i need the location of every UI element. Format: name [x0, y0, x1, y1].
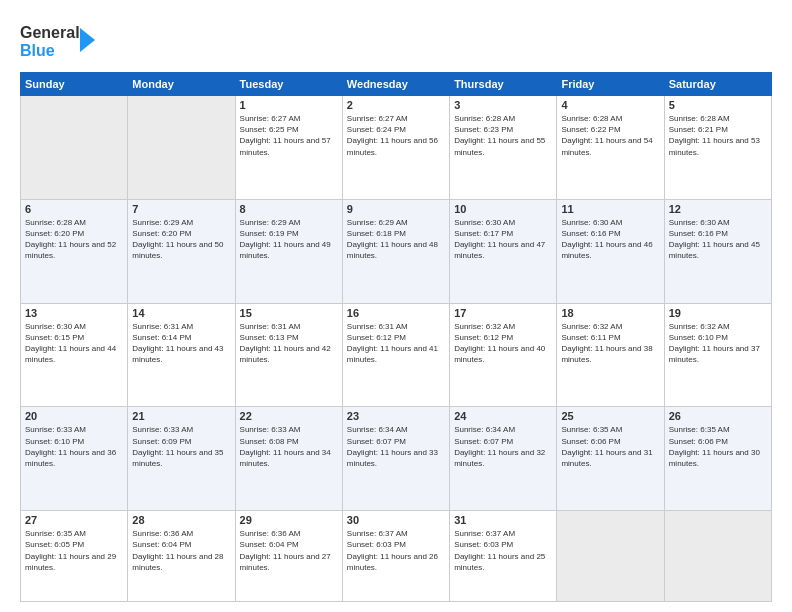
calendar-cell: 29Sunrise: 6:36 AMSunset: 6:04 PMDayligh… — [235, 511, 342, 602]
day-info: Sunrise: 6:34 AMSunset: 6:07 PMDaylight:… — [454, 424, 552, 469]
day-number: 19 — [669, 307, 767, 319]
calendar-cell: 30Sunrise: 6:37 AMSunset: 6:03 PMDayligh… — [342, 511, 449, 602]
day-number: 31 — [454, 514, 552, 526]
day-number: 21 — [132, 410, 230, 422]
weekday-header-saturday: Saturday — [664, 73, 771, 96]
calendar-cell: 16Sunrise: 6:31 AMSunset: 6:12 PMDayligh… — [342, 303, 449, 407]
calendar-cell: 18Sunrise: 6:32 AMSunset: 6:11 PMDayligh… — [557, 303, 664, 407]
day-info: Sunrise: 6:35 AMSunset: 6:06 PMDaylight:… — [561, 424, 659, 469]
calendar-cell: 24Sunrise: 6:34 AMSunset: 6:07 PMDayligh… — [450, 407, 557, 511]
day-info: Sunrise: 6:29 AMSunset: 6:20 PMDaylight:… — [132, 217, 230, 262]
day-info: Sunrise: 6:30 AMSunset: 6:16 PMDaylight:… — [561, 217, 659, 262]
svg-marker-2 — [80, 28, 95, 52]
day-info: Sunrise: 6:28 AMSunset: 6:22 PMDaylight:… — [561, 113, 659, 158]
calendar-cell: 11Sunrise: 6:30 AMSunset: 6:16 PMDayligh… — [557, 199, 664, 303]
day-info: Sunrise: 6:32 AMSunset: 6:11 PMDaylight:… — [561, 321, 659, 366]
weekday-header-row: SundayMondayTuesdayWednesdayThursdayFrid… — [21, 73, 772, 96]
week-row-5: 27Sunrise: 6:35 AMSunset: 6:05 PMDayligh… — [21, 511, 772, 602]
day-number: 23 — [347, 410, 445, 422]
day-number: 22 — [240, 410, 338, 422]
week-row-4: 20Sunrise: 6:33 AMSunset: 6:10 PMDayligh… — [21, 407, 772, 511]
day-info: Sunrise: 6:32 AMSunset: 6:10 PMDaylight:… — [669, 321, 767, 366]
weekday-header-monday: Monday — [128, 73, 235, 96]
week-row-3: 13Sunrise: 6:30 AMSunset: 6:15 PMDayligh… — [21, 303, 772, 407]
day-info: Sunrise: 6:28 AMSunset: 6:21 PMDaylight:… — [669, 113, 767, 158]
day-number: 24 — [454, 410, 552, 422]
day-number: 14 — [132, 307, 230, 319]
day-info: Sunrise: 6:32 AMSunset: 6:12 PMDaylight:… — [454, 321, 552, 366]
calendar-cell: 26Sunrise: 6:35 AMSunset: 6:06 PMDayligh… — [664, 407, 771, 511]
calendar-cell: 8Sunrise: 6:29 AMSunset: 6:19 PMDaylight… — [235, 199, 342, 303]
day-info: Sunrise: 6:28 AMSunset: 6:20 PMDaylight:… — [25, 217, 123, 262]
day-number: 11 — [561, 203, 659, 215]
header: GeneralBlue — [20, 20, 772, 60]
calendar-cell — [21, 96, 128, 200]
weekday-header-friday: Friday — [557, 73, 664, 96]
calendar-cell: 31Sunrise: 6:37 AMSunset: 6:03 PMDayligh… — [450, 511, 557, 602]
day-number: 2 — [347, 99, 445, 111]
day-info: Sunrise: 6:34 AMSunset: 6:07 PMDaylight:… — [347, 424, 445, 469]
calendar-cell: 9Sunrise: 6:29 AMSunset: 6:18 PMDaylight… — [342, 199, 449, 303]
day-info: Sunrise: 6:31 AMSunset: 6:13 PMDaylight:… — [240, 321, 338, 366]
day-info: Sunrise: 6:33 AMSunset: 6:10 PMDaylight:… — [25, 424, 123, 469]
day-info: Sunrise: 6:33 AMSunset: 6:09 PMDaylight:… — [132, 424, 230, 469]
day-info: Sunrise: 6:37 AMSunset: 6:03 PMDaylight:… — [347, 528, 445, 573]
calendar-cell: 22Sunrise: 6:33 AMSunset: 6:08 PMDayligh… — [235, 407, 342, 511]
day-number: 1 — [240, 99, 338, 111]
day-info: Sunrise: 6:27 AMSunset: 6:24 PMDaylight:… — [347, 113, 445, 158]
day-number: 9 — [347, 203, 445, 215]
calendar-cell: 7Sunrise: 6:29 AMSunset: 6:20 PMDaylight… — [128, 199, 235, 303]
svg-text:Blue: Blue — [20, 42, 55, 59]
day-number: 30 — [347, 514, 445, 526]
calendar-cell: 14Sunrise: 6:31 AMSunset: 6:14 PMDayligh… — [128, 303, 235, 407]
week-row-2: 6Sunrise: 6:28 AMSunset: 6:20 PMDaylight… — [21, 199, 772, 303]
day-info: Sunrise: 6:28 AMSunset: 6:23 PMDaylight:… — [454, 113, 552, 158]
day-info: Sunrise: 6:37 AMSunset: 6:03 PMDaylight:… — [454, 528, 552, 573]
day-number: 13 — [25, 307, 123, 319]
calendar-cell: 28Sunrise: 6:36 AMSunset: 6:04 PMDayligh… — [128, 511, 235, 602]
day-info: Sunrise: 6:35 AMSunset: 6:05 PMDaylight:… — [25, 528, 123, 573]
day-info: Sunrise: 6:35 AMSunset: 6:06 PMDaylight:… — [669, 424, 767, 469]
day-info: Sunrise: 6:29 AMSunset: 6:18 PMDaylight:… — [347, 217, 445, 262]
svg-text:General: General — [20, 24, 80, 41]
weekday-header-thursday: Thursday — [450, 73, 557, 96]
day-number: 28 — [132, 514, 230, 526]
day-info: Sunrise: 6:36 AMSunset: 6:04 PMDaylight:… — [240, 528, 338, 573]
calendar-cell: 23Sunrise: 6:34 AMSunset: 6:07 PMDayligh… — [342, 407, 449, 511]
calendar-cell: 15Sunrise: 6:31 AMSunset: 6:13 PMDayligh… — [235, 303, 342, 407]
logo: GeneralBlue — [20, 20, 100, 60]
day-number: 15 — [240, 307, 338, 319]
calendar-cell — [664, 511, 771, 602]
calendar-cell: 6Sunrise: 6:28 AMSunset: 6:20 PMDaylight… — [21, 199, 128, 303]
day-number: 25 — [561, 410, 659, 422]
day-info: Sunrise: 6:33 AMSunset: 6:08 PMDaylight:… — [240, 424, 338, 469]
calendar-table: SundayMondayTuesdayWednesdayThursdayFrid… — [20, 72, 772, 602]
day-info: Sunrise: 6:36 AMSunset: 6:04 PMDaylight:… — [132, 528, 230, 573]
calendar-cell: 17Sunrise: 6:32 AMSunset: 6:12 PMDayligh… — [450, 303, 557, 407]
day-number: 12 — [669, 203, 767, 215]
calendar-cell — [128, 96, 235, 200]
calendar-cell: 19Sunrise: 6:32 AMSunset: 6:10 PMDayligh… — [664, 303, 771, 407]
day-number: 3 — [454, 99, 552, 111]
calendar-cell: 13Sunrise: 6:30 AMSunset: 6:15 PMDayligh… — [21, 303, 128, 407]
calendar-cell: 27Sunrise: 6:35 AMSunset: 6:05 PMDayligh… — [21, 511, 128, 602]
day-info: Sunrise: 6:30 AMSunset: 6:15 PMDaylight:… — [25, 321, 123, 366]
calendar-cell: 25Sunrise: 6:35 AMSunset: 6:06 PMDayligh… — [557, 407, 664, 511]
calendar-cell: 21Sunrise: 6:33 AMSunset: 6:09 PMDayligh… — [128, 407, 235, 511]
page: GeneralBlue SundayMondayTuesdayWednesday… — [0, 0, 792, 612]
day-info: Sunrise: 6:29 AMSunset: 6:19 PMDaylight:… — [240, 217, 338, 262]
day-number: 8 — [240, 203, 338, 215]
day-number: 4 — [561, 99, 659, 111]
day-number: 18 — [561, 307, 659, 319]
day-info: Sunrise: 6:30 AMSunset: 6:17 PMDaylight:… — [454, 217, 552, 262]
calendar-cell: 12Sunrise: 6:30 AMSunset: 6:16 PMDayligh… — [664, 199, 771, 303]
day-info: Sunrise: 6:31 AMSunset: 6:14 PMDaylight:… — [132, 321, 230, 366]
day-number: 17 — [454, 307, 552, 319]
day-number: 16 — [347, 307, 445, 319]
calendar-cell: 1Sunrise: 6:27 AMSunset: 6:25 PMDaylight… — [235, 96, 342, 200]
weekday-header-wednesday: Wednesday — [342, 73, 449, 96]
calendar-cell: 20Sunrise: 6:33 AMSunset: 6:10 PMDayligh… — [21, 407, 128, 511]
day-number: 27 — [25, 514, 123, 526]
day-number: 6 — [25, 203, 123, 215]
calendar-cell: 4Sunrise: 6:28 AMSunset: 6:22 PMDaylight… — [557, 96, 664, 200]
